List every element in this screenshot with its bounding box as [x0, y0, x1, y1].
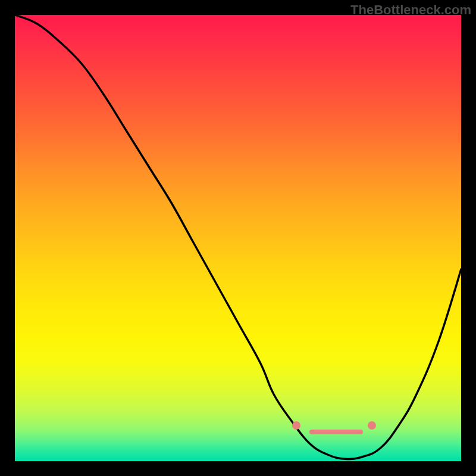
- plot-area: [15, 15, 461, 461]
- curve-svg: [15, 15, 461, 461]
- bottleneck-curve: [15, 15, 461, 459]
- valley-marker: [368, 421, 376, 430]
- watermark-text: TheBottleneck.com: [350, 2, 471, 18]
- valley-marker: [292, 421, 300, 430]
- chart-container: TheBottleneck.com: [0, 0, 476, 476]
- valley-bar: [309, 430, 363, 434]
